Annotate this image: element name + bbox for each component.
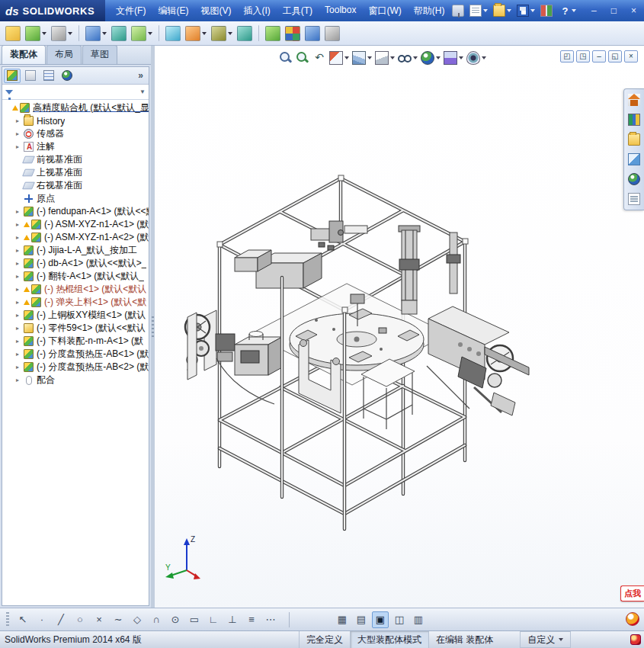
status-large-assembly-mode[interactable]: 大型装配体模式 (350, 631, 428, 648)
tree-item[interactable]: (-) Jijia-L-A_默认_按加工 (2, 244, 149, 257)
sketch-toolbar-button[interactable]: ◇ (129, 611, 146, 628)
menu-window[interactable]: 窗口(W) (362, 2, 407, 21)
quick-access-button[interactable] (515, 4, 537, 18)
view-toolbar-button[interactable] (278, 50, 293, 66)
view-toolbar-button[interactable] (351, 50, 373, 66)
toolbar-button[interactable] (284, 24, 302, 43)
panel-tab[interactable] (40, 69, 57, 83)
tree-item[interactable]: (-) 分度盘预热压-AB<2> (默 (2, 361, 149, 374)
quick-access-button[interactable] (450, 4, 466, 18)
help-badge[interactable]: 点我 (620, 585, 644, 601)
tree-item[interactable]: (-) fendupan-A<1> (默认<<默 (2, 205, 149, 218)
sketch-toolbar-button[interactable]: × (91, 611, 107, 628)
sketch-toolbar-button[interactable]: ↖ (14, 611, 31, 628)
sketch-toolbar-button[interactable]: ○ (72, 611, 88, 628)
expand-arrow-icon[interactable] (16, 143, 24, 151)
tree-item[interactable]: (-) 上铜板XY模组<1> (默认 (2, 309, 149, 322)
menu-tools[interactable]: 工具(T) (277, 2, 319, 21)
graphics-area[interactable]: ◰◳–◱× (155, 46, 644, 608)
panel-tab[interactable] (4, 69, 21, 83)
tree-item[interactable]: (-) 分度盘预热压-AB<1> (默 (2, 348, 149, 361)
sketch-toolbar-button[interactable]: ≡ (243, 611, 260, 628)
toolbar-button[interactable] (130, 24, 154, 43)
tree-item[interactable]: (-) 零件59<1> (默认<<默认 (2, 322, 149, 335)
filter-dropdown-icon[interactable]: ▼ (139, 88, 146, 95)
customer-service-icon[interactable] (626, 612, 639, 626)
expand-arrow-icon[interactable] (16, 325, 24, 332)
view-toolbar-button[interactable] (328, 50, 350, 66)
taskpane-tab[interactable] (626, 131, 643, 148)
sketch-toolbar-button[interactable]: ▥ (410, 611, 427, 628)
toolbar-button[interactable] (210, 24, 234, 43)
tree-item[interactable]: (-) ASM-XYZ-n1-A<1> (默 (2, 218, 149, 231)
close-window-button[interactable]: × (623, 3, 643, 18)
expand-arrow-icon[interactable] (16, 299, 24, 306)
toolbar-button[interactable] (110, 24, 128, 43)
view-toolbar-button[interactable] (295, 50, 310, 66)
panel-tab[interactable] (22, 69, 39, 83)
expand-arrow-icon[interactable] (16, 221, 24, 229)
toolbar-button[interactable] (50, 24, 74, 43)
menu-edit[interactable]: 编辑(E) (152, 2, 194, 21)
toolbar-button[interactable] (164, 24, 182, 43)
tree-item[interactable]: (-) ASM-XYZ-n1-A<2> (默 (2, 231, 149, 244)
sketch-toolbar-button[interactable]: ▭ (186, 611, 203, 628)
sketch-toolbar-button[interactable]: ◫ (391, 611, 408, 628)
quick-access-button[interactable] (468, 4, 489, 18)
tree-item[interactable]: 前视基准面 (2, 153, 149, 166)
tree-item[interactable]: 注解 (2, 140, 149, 153)
quick-tips-icon[interactable] (630, 634, 641, 645)
expand-arrow-icon[interactable] (16, 364, 24, 371)
toolbar-button[interactable] (184, 24, 208, 43)
tree-item[interactable]: 配合 (2, 374, 149, 387)
view-toolbar-button[interactable] (420, 50, 441, 66)
taskpane-tab[interactable] (626, 151, 643, 168)
menu-file[interactable]: 文件(F) (110, 2, 152, 21)
sketch-toolbar-button[interactable]: ▣ (372, 611, 389, 628)
status-fully-defined[interactable]: 完全定义 (299, 631, 350, 648)
taskpane-tab[interactable] (626, 111, 643, 128)
toolbar-button[interactable] (264, 24, 282, 43)
panel-tab[interactable] (59, 69, 75, 83)
tab-sketch[interactable]: 草图 (82, 45, 117, 64)
expand-arrow-icon[interactable] (16, 260, 24, 268)
toolbar-button[interactable] (4, 24, 22, 43)
expand-arrow-icon[interactable] (16, 377, 24, 384)
tab-layout[interactable]: 布局 (46, 45, 82, 64)
toolbar-button[interactable] (303, 24, 322, 43)
tab-assembly[interactable]: 装配体 (2, 45, 46, 64)
toolbar-button[interactable] (235, 24, 254, 43)
sketch-toolbar-button[interactable] (289, 612, 290, 627)
toolbar-button[interactable] (323, 24, 341, 43)
close-doc-icon[interactable]: × (624, 50, 638, 63)
sketch-toolbar-button[interactable]: ∙ (34, 611, 50, 628)
tree-item[interactable]: (-) 翻转-A<1> (默认<默认_ (2, 270, 149, 283)
sketch-toolbar-button[interactable]: ▤ (353, 611, 370, 628)
menu-toolbox[interactable]: Toolbox (319, 2, 362, 21)
sketch-toolbar-button[interactable]: ∼ (110, 611, 127, 628)
toolbar-button[interactable] (24, 24, 48, 43)
tree-item[interactable]: 高精度贴合机 (默认<默认_显 (2, 101, 149, 114)
quick-access-button[interactable] (556, 4, 578, 18)
status-editing-assembly[interactable]: 在编辑 装配体 (428, 631, 500, 648)
expand-arrow-icon[interactable] (16, 312, 24, 319)
toolbar-button[interactable] (84, 24, 108, 43)
toolbar-button[interactable] (159, 25, 159, 41)
status-customize[interactable]: 自定义 (520, 631, 571, 648)
restore-window-button[interactable]: □ (604, 3, 623, 18)
sketch-toolbar-button[interactable]: ▦ (334, 611, 351, 628)
restore-doc-icon[interactable]: ◱ (608, 50, 622, 63)
expand-arrow-icon[interactable] (16, 286, 24, 294)
tree-item[interactable]: 原点 (2, 192, 149, 205)
toolbar-grip[interactable] (6, 612, 9, 627)
expand-arrow-icon[interactable] (16, 130, 24, 138)
view-toolbar-button[interactable] (397, 50, 418, 66)
taskpane-tab[interactable] (626, 171, 643, 188)
tree-item[interactable]: 上视基准面 (2, 166, 149, 179)
menu-insert[interactable]: 插入(I) (237, 2, 276, 21)
tree-item[interactable]: 传感器 (2, 127, 149, 140)
menu-view[interactable]: 视图(V) (194, 2, 237, 21)
expand-arrow-icon[interactable] (16, 208, 24, 216)
sketch-toolbar-button[interactable]: ╱ (53, 611, 69, 628)
sketch-toolbar-button[interactable]: ⋯ (262, 611, 279, 628)
